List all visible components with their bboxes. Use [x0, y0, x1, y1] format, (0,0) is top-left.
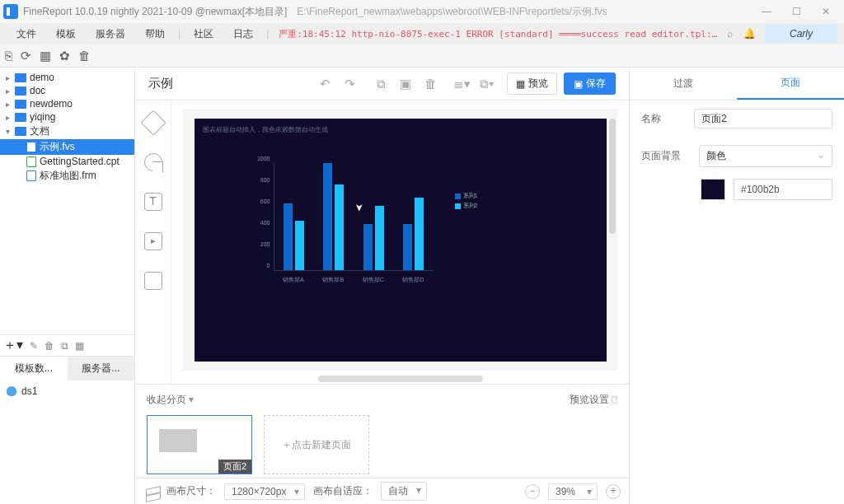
horizontal-scrollbar[interactable]: [318, 376, 483, 382]
tree-folder[interactable]: ▸newdemo: [0, 97, 134, 110]
thumbnail-preview: [159, 429, 197, 452]
canvas-fit-select[interactable]: 自动: [381, 482, 427, 501]
menu-community[interactable]: 社区: [184, 23, 223, 44]
preview-settings-button[interactable]: 预览设置: [570, 393, 617, 407]
tree-folder[interactable]: ▸doc: [0, 84, 134, 97]
document-toolbar: 示例 ↶ ↷ ⧉ ▣ 🗑 ≣▾ ⧉▾ ▦预览 ▣保存: [135, 68, 629, 100]
media-tool-icon[interactable]: [144, 232, 162, 250]
edit-datasource-icon[interactable]: ✎: [30, 340, 38, 352]
tree-file[interactable]: GettingStarted.cpt: [0, 155, 134, 168]
app-title: FineReport 10.0.19 nightly 2021-10-09 @n…: [23, 5, 287, 19]
save-button[interactable]: ▣保存: [564, 72, 616, 95]
bar-chart[interactable]: 02004006008001000 销售部A销售部B销售部C销售部D 系列1系列…: [252, 164, 483, 287]
tab-template-data[interactable]: 模板数...: [0, 357, 68, 380]
add-datasource-button[interactable]: ＋▾: [3, 337, 23, 354]
menu-help[interactable]: 帮助: [135, 23, 175, 44]
name-label: 名称: [641, 112, 686, 126]
menu-log[interactable]: 日志: [223, 23, 263, 44]
canvas-fit-label: 画布自适应：: [313, 484, 373, 498]
refresh-icon[interactable]: ⟳: [21, 49, 31, 63]
menu-server[interactable]: 服务器: [86, 23, 135, 44]
background-type-select[interactable]: 颜色: [699, 145, 832, 167]
undo-button[interactable]: ↶: [312, 77, 337, 91]
close-button[interactable]: ✕: [811, 0, 841, 23]
user-badge[interactable]: Carly: [765, 25, 837, 43]
copy-datasource-icon[interactable]: ⧉: [61, 340, 68, 352]
datasource-toolbar: ＋▾ ✎ 🗑 ⧉ ▦: [0, 334, 134, 356]
maximize-button[interactable]: ☐: [781, 0, 811, 23]
document-title: 示例: [148, 76, 173, 91]
menu-bar: 文件 模板 服务器 帮助 | 社区 日志 | 严重:18:45:12 http-…: [0, 23, 844, 44]
vertical-scrollbar[interactable]: [609, 119, 616, 234]
layer-button[interactable]: ⧉▾: [474, 77, 499, 91]
chart-caption: 图表标题自动插入，颜色依赖数据自动生成: [203, 125, 328, 134]
text-tool-icon[interactable]: [144, 193, 162, 211]
tab-server-data[interactable]: 服务器...: [68, 357, 135, 380]
explorer-panel: ▸demo▸doc▸newdemo▸yiqing▾文档示例.fvsGetting…: [0, 68, 135, 504]
tree-folder[interactable]: ▸demo: [0, 71, 134, 84]
canvas-size-label: 画布尺寸：: [166, 484, 216, 498]
page-name-input[interactable]: [694, 109, 832, 128]
save-icon: ▣: [574, 78, 583, 90]
align-button[interactable]: ≣▾: [449, 77, 474, 91]
settings-icon[interactable]: ✿: [59, 49, 70, 63]
zoom-in-button[interactable]: +: [606, 484, 621, 499]
thumbnail-label: 页面2: [218, 460, 251, 474]
properties-panel: 过渡 页面 名称 页面背景 颜色: [630, 68, 844, 504]
cube-tool-icon[interactable]: [140, 110, 166, 135]
document-path: E:\FineReport_newmax\webapps\webroot\WEB…: [297, 5, 607, 19]
datasource-item[interactable]: ds1: [7, 385, 128, 397]
layers-icon[interactable]: [143, 484, 158, 499]
status-bar: 画布尺寸： 1280×720px 画布自适应： 自动 − 39% +: [135, 478, 629, 504]
tree-folder[interactable]: ▾文档: [0, 124, 134, 139]
widget-tool-icon[interactable]: [144, 272, 162, 290]
chart-plot: [274, 164, 434, 271]
tree-file[interactable]: 标准地图.frm: [0, 168, 134, 184]
redo-button[interactable]: ↷: [337, 77, 362, 91]
menu-template[interactable]: 模板: [46, 23, 86, 44]
zoom-out-button[interactable]: −: [525, 484, 540, 499]
tree-file[interactable]: 示例.fvs: [0, 139, 134, 155]
background-label: 页面背景: [641, 149, 691, 163]
delete-element-button[interactable]: 🗑: [418, 77, 443, 91]
add-page-button[interactable]: ＋ 点击新建页面: [264, 415, 369, 474]
tab-transition[interactable]: 过渡: [630, 68, 737, 100]
chart-tool-icon[interactable]: [144, 153, 162, 171]
chart-x-axis: 销售部A销售部B销售部C销售部D: [274, 276, 434, 284]
copy-button[interactable]: ⧉: [368, 77, 393, 91]
preview-button[interactable]: ▦预览: [507, 72, 557, 95]
app-logo-icon: [3, 4, 18, 19]
new-file-icon[interactable]: ⎘: [5, 49, 12, 63]
zoom-select[interactable]: 39%: [548, 483, 598, 500]
pages-panel: 收起分页 预览设置 页面2 ＋ 点击新建页面: [135, 384, 629, 478]
page-thumbnail[interactable]: 页面2: [147, 415, 252, 474]
delete-datasource-icon[interactable]: 🗑: [45, 340, 54, 352]
log-message: 严重:18:45:12 http-nio-8075-exec-1 ERROR […: [272, 28, 720, 40]
tab-page[interactable]: 页面: [737, 68, 844, 100]
bell-icon[interactable]: 🔔: [740, 28, 760, 40]
canvas-size-select[interactable]: 1280×720px: [224, 483, 305, 500]
delete-icon[interactable]: 🗑: [78, 49, 91, 63]
file-toolbar: ⎘ ⟳ ▦ ✿ 🗑: [0, 44, 844, 68]
menu-file[interactable]: 文件: [7, 23, 46, 44]
minimize-button[interactable]: —: [752, 0, 781, 23]
datasource-name: ds1: [21, 385, 37, 397]
tree-folder[interactable]: ▸yiqing: [0, 110, 134, 124]
file-tree[interactable]: ▸demo▸doc▸newdemo▸yiqing▾文档示例.fvsGetting…: [0, 68, 134, 334]
view-datasource-icon[interactable]: ▦: [75, 340, 84, 352]
title-bar: FineReport 10.0.19 nightly 2021-10-09 @n…: [0, 0, 844, 23]
editor-panel: 示例 ↶ ↷ ⧉ ▣ 🗑 ≣▾ ⧉▾ ▦预览 ▣保存 图表: [135, 68, 630, 504]
collapse-pages-button[interactable]: 收起分页: [147, 393, 194, 407]
search-icon[interactable]: ⌕: [720, 28, 740, 40]
clipboard-icon[interactable]: ▦: [40, 49, 51, 63]
canvas-viewport[interactable]: 图表标题自动插入，颜色依赖数据自动生成 02004006008001000 销售…: [183, 109, 617, 371]
color-swatch[interactable]: [701, 179, 725, 200]
preview-icon: ▦: [516, 78, 525, 90]
color-hex-input[interactable]: [734, 179, 832, 200]
database-icon: [7, 386, 16, 396]
chart-y-axis: 02004006008001000: [252, 164, 272, 271]
paste-button[interactable]: ▣: [393, 77, 418, 91]
chart-legend: 系列1系列2: [455, 192, 478, 212]
component-rail: [135, 100, 171, 384]
canvas[interactable]: 图表标题自动插入，颜色依赖数据自动生成 02004006008001000 销售…: [195, 119, 607, 362]
